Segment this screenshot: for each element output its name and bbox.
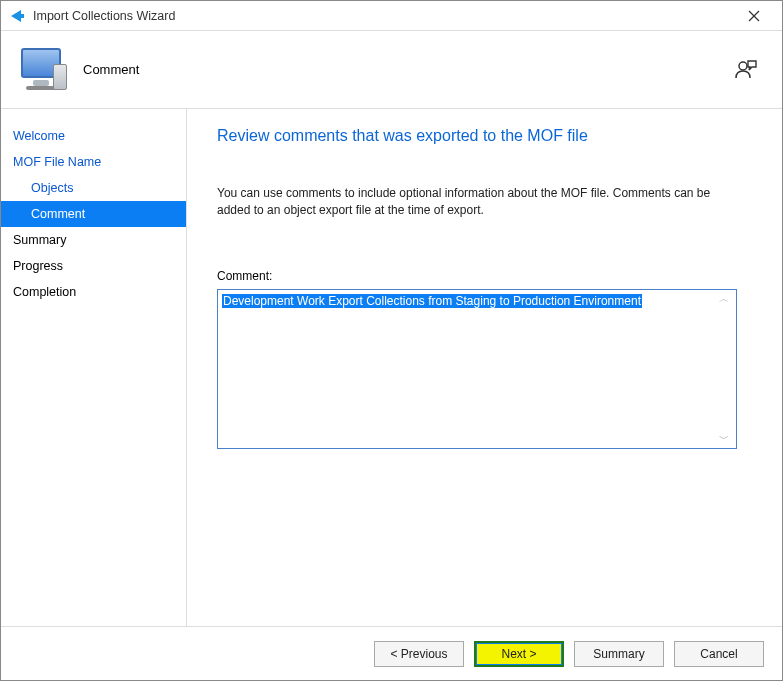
- main-panel: Review comments that was exported to the…: [187, 109, 782, 626]
- nav-progress[interactable]: Progress: [1, 253, 186, 279]
- comment-label: Comment:: [217, 269, 752, 283]
- app-icon: [9, 8, 25, 24]
- wizard-footer: < Previous Next > Summary Cancel: [1, 626, 782, 680]
- scrollbar[interactable]: ︿ ﹀: [715, 293, 732, 445]
- feedback-icon[interactable]: [734, 58, 758, 82]
- close-icon: [748, 10, 760, 22]
- next-button[interactable]: Next >: [474, 641, 564, 667]
- svg-point-2: [739, 62, 747, 70]
- scroll-down-icon[interactable]: ﹀: [719, 433, 729, 445]
- nav-objects[interactable]: Objects: [1, 175, 186, 201]
- nav-completion[interactable]: Completion: [1, 279, 186, 305]
- comment-selected-text: Development Work Export Collections from…: [222, 294, 642, 308]
- nav-comment[interactable]: Comment: [1, 201, 186, 227]
- previous-button[interactable]: < Previous: [374, 641, 464, 667]
- window-title: Import Collections Wizard: [33, 9, 734, 23]
- computer-icon: [19, 46, 67, 94]
- wizard-body: Welcome MOF File Name Objects Comment Su…: [1, 109, 782, 626]
- wizard-window: Import Collections Wizard Comment Welco: [0, 0, 783, 681]
- comment-textarea[interactable]: Development Work Export Collections from…: [217, 289, 737, 449]
- nav-mof-file-name[interactable]: MOF File Name: [1, 149, 186, 175]
- page-heading: Review comments that was exported to the…: [217, 127, 752, 145]
- sidebar-nav: Welcome MOF File Name Objects Comment Su…: [1, 109, 187, 626]
- nav-welcome[interactable]: Welcome: [1, 123, 186, 149]
- summary-button[interactable]: Summary: [574, 641, 664, 667]
- page-description: You can use comments to include optional…: [217, 185, 737, 219]
- titlebar: Import Collections Wizard: [1, 1, 782, 31]
- scroll-up-icon[interactable]: ︿: [719, 293, 729, 305]
- wizard-header: Comment: [1, 31, 782, 109]
- close-button[interactable]: [734, 2, 774, 30]
- cancel-button[interactable]: Cancel: [674, 641, 764, 667]
- nav-summary[interactable]: Summary: [1, 227, 186, 253]
- step-title: Comment: [83, 62, 139, 77]
